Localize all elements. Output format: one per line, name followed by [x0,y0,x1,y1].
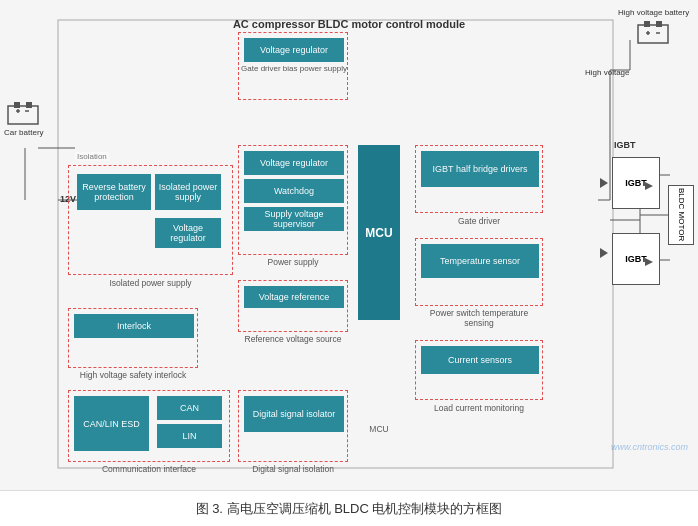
comm-interface-label: Communication interface [68,464,230,474]
reverse-battery-block: Reverse battery protection [77,174,151,210]
isolated-power-supply-block: Isolated power supply [155,174,221,210]
gate-driver-label: Gate driver [415,216,543,226]
mcu-big-block: MCU [358,145,400,320]
car-battery-area: Car battery [4,100,44,137]
car-battery-icon [6,100,42,128]
load-current-label: Load current monitoring [415,403,543,413]
svg-rect-17 [26,102,32,108]
mcu-small-label: MCU [358,424,400,434]
svg-marker-14 [600,248,608,258]
temperature-sensor-block: Temperature sensor [421,244,539,278]
svg-rect-16 [14,102,20,108]
power-supply-label: Power supply [238,257,348,267]
voltage-reference-dashed: Voltage reference [238,280,348,332]
high-voltage-label: High voltage [585,68,629,77]
svg-marker-13 [600,178,608,188]
watermark: www.cntronics.com [611,442,688,452]
isolation-label-1: Isolation [75,152,109,161]
svg-rect-25 [656,21,662,27]
power-switch-temp-label: Power switch temperature sensing [415,308,543,328]
digital-signal-block: Digital signal isolator [244,396,344,432]
igbt-half-bridge-block: IGBT half bridge drivers [421,151,539,187]
power-supply-dashed: Voltage regulator Watchdog Supply voltag… [238,145,348,255]
interlock-dashed: Interlock [68,308,198,368]
digital-signal-isolation-label: Digital signal isolation [238,464,348,474]
voltage-reference-block: Voltage reference [244,286,344,308]
diagram-container: AC compressor BLDC motor control module … [0,0,698,490]
reference-voltage-label: Reference voltage source [238,334,348,344]
svg-rect-23 [638,25,668,43]
caption-bar: 图 3. 高电压空调压缩机 BLDC 电机控制模块的方框图 [0,490,698,526]
car-battery-label: Car battery [4,128,44,137]
svg-marker-22 [621,258,653,266]
svg-rect-15 [8,106,38,124]
interlock-block: Interlock [74,314,194,338]
comm-interface-dashed: CAN/LIN ESD CAN LIN [68,390,230,462]
isolated-power-label: Isolated power supply [68,278,233,288]
temperature-dashed: Temperature sensor [415,238,543,306]
digital-signal-dashed: Digital signal isolator [238,390,348,462]
supply-voltage-block: Supply voltage supervisor [244,207,344,231]
top-center-dashed: Voltage regulator Gate driver bias power… [238,32,348,100]
svg-rect-24 [644,21,650,27]
svg-marker-21 [621,182,653,190]
high-voltage-safety-label: High voltage safety interlock [68,370,198,380]
igbt-bottom-box: IGBT [612,233,660,285]
voltage-regulator-small-block: Voltage regulator [155,218,221,248]
current-sensors-block: Current sensors [421,346,539,374]
high-voltage-battery-area: High voltage battery [618,8,689,49]
can-block: CAN [157,396,222,420]
current-sensors-dashed: Current sensors [415,340,543,400]
canlin-esd-block: CAN/LIN ESD [74,396,149,451]
igbt-top-box: IGBT [612,157,660,209]
igbt-drivers-dashed: IGBT half bridge drivers [415,145,543,213]
gate-driver-bias-label: Gate driver bias power supply [239,64,349,73]
igbt-label: IGBT [614,140,636,150]
voltage-regulator-top-block: Voltage regulator [244,38,344,62]
high-voltage-battery-icon [636,19,672,47]
bldc-motor-box: BLDC MOTOR [668,185,694,245]
watchdog-block: Watchdog [244,179,344,203]
caption-text: 图 3. 高电压空调压缩机 BLDC 电机控制模块的方框图 [196,500,503,518]
isolated-power-supply-dashed: Reverse battery protection Isolated powe… [68,165,233,275]
high-voltage-battery-label: High voltage battery [618,8,689,17]
voltage-regulator-mid-block: Voltage regulator [244,151,344,175]
diagram-title: AC compressor BLDC motor control module [0,18,698,30]
lin-block: LIN [157,424,222,448]
